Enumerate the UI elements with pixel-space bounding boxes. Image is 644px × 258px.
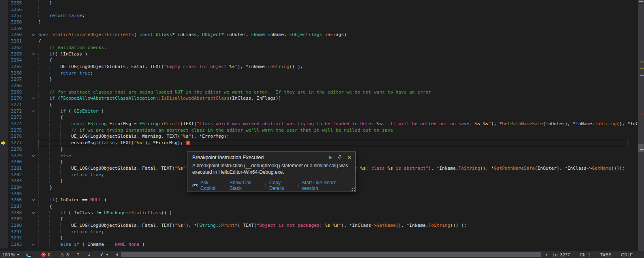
line-number[interactable]: 3257 xyxy=(8,13,22,19)
line-number[interactable]: 3259 xyxy=(8,26,22,32)
code-content[interactable]: { xyxy=(38,57,638,64)
popup-link-copy-details[interactable]: Copy Details xyxy=(269,180,295,191)
breakpoint-margin[interactable] xyxy=(0,6,8,13)
line-number[interactable]: 3266 xyxy=(8,70,22,77)
line-number[interactable]: 3293 xyxy=(8,241,22,248)
breakpoint-margin[interactable] xyxy=(0,57,8,64)
line-number[interactable]: 3274 xyxy=(8,121,22,127)
pin-icon[interactable] xyxy=(338,155,342,160)
breakpoint-margin[interactable] xyxy=(0,153,8,159)
line-number[interactable]: 3284 xyxy=(8,184,22,191)
fold-chevron-icon[interactable] xyxy=(32,96,35,99)
line-number[interactable]: 3283 xyxy=(8,178,22,184)
code-content[interactable]: { xyxy=(38,102,638,108)
breakpoint-margin[interactable] xyxy=(0,45,8,51)
fold-margin[interactable] xyxy=(22,210,38,216)
breakpoint-margin[interactable] xyxy=(0,19,8,26)
fold-margin[interactable] xyxy=(22,32,38,38)
breakpoint-margin[interactable] xyxy=(0,70,8,77)
line-number[interactable]: 3268 xyxy=(8,83,22,89)
line-number[interactable]: 3286 xyxy=(8,197,22,203)
breakpoint-margin[interactable] xyxy=(0,229,8,235)
line-number[interactable]: 3264 xyxy=(8,57,22,64)
breakpoint-margin[interactable] xyxy=(0,178,8,184)
zoom-control[interactable]: 100 % xyxy=(2,252,19,257)
fold-margin[interactable] xyxy=(22,153,38,159)
line-number[interactable]: 3271 xyxy=(8,102,22,108)
line-number[interactable]: 3273 xyxy=(8,114,22,121)
popup-link-ask-copilot[interactable]: Ask Copilot xyxy=(192,180,223,191)
code-content[interactable]: if (FScopedAllowAbstractClassAllocation:… xyxy=(38,95,638,102)
fold-chevron-icon[interactable] xyxy=(32,109,35,112)
line-number[interactable]: 3288 xyxy=(8,210,22,216)
line-number[interactable]: 3258 xyxy=(8,19,22,26)
breakpoint-margin[interactable] xyxy=(0,165,8,172)
line-number[interactable]: 3290 xyxy=(8,222,22,229)
fold-chevron-icon[interactable] xyxy=(32,211,35,214)
line-number[interactable]: 3282 xyxy=(8,172,22,178)
code-content[interactable]: if ( GIsEditor ) xyxy=(38,108,638,115)
code-content[interactable]: if ( InClass != UPackage::StaticClass() … xyxy=(38,210,638,216)
code-content[interactable] xyxy=(38,6,638,13)
code-content[interactable]: const FString ErrorMsg = FString::Printf… xyxy=(38,121,638,127)
vertical-scrollbar-thumb[interactable] xyxy=(638,144,644,152)
error-indicator[interactable]: ✕ 0 xyxy=(41,252,50,257)
breakpoint-margin[interactable] xyxy=(0,172,8,178)
code-content[interactable]: // for abstract classes that are being l… xyxy=(38,89,638,96)
breakpoint-margin[interactable] xyxy=(0,26,8,32)
code-content[interactable]: { xyxy=(38,203,638,210)
code-content[interactable]: if( InOuter == NULL ) xyxy=(38,197,638,203)
code-content[interactable]: ensureMsgf(false, TEXT("%s"), *ErrorMsg)… xyxy=(38,140,627,146)
code-content[interactable]: } xyxy=(38,235,638,241)
breakpoint-margin[interactable] xyxy=(0,38,8,45)
fold-chevron-icon[interactable] xyxy=(32,198,35,201)
code-content[interactable]: { xyxy=(38,114,638,121)
line-indicator[interactable]: Ln: 3277 xyxy=(548,252,575,257)
breakpoint-margin[interactable] xyxy=(0,222,8,229)
line-number[interactable]: 3285 xyxy=(8,191,22,197)
fold-chevron-icon[interactable] xyxy=(32,52,35,55)
line-number[interactable]: 3255 xyxy=(8,0,22,6)
horizontal-scrollbar-track[interactable] xyxy=(119,251,544,258)
breakpoint-margin[interactable] xyxy=(0,121,8,127)
code-content[interactable]: { xyxy=(38,216,638,222)
breakpoint-margin[interactable] xyxy=(0,210,8,216)
breakpoint-margin[interactable] xyxy=(0,140,8,146)
line-number[interactable]: 3276 xyxy=(8,133,22,140)
line-number[interactable]: 3261 xyxy=(8,38,22,45)
line-number[interactable]: 3280 xyxy=(8,159,22,165)
breakpoint-margin[interactable] xyxy=(0,235,8,241)
close-icon[interactable]: ✕ xyxy=(347,155,351,160)
breakpoint-margin[interactable] xyxy=(0,146,8,153)
line-number[interactable]: 3262 xyxy=(8,45,22,51)
code-content[interactable]: return false; xyxy=(38,13,638,19)
breakpoint-margin[interactable] xyxy=(0,216,8,222)
horizontal-scrollbar-thumb[interactable] xyxy=(121,252,541,257)
line-ending-indicator[interactable]: CRLF xyxy=(616,252,638,257)
indent-mode-indicator[interactable]: TABS xyxy=(595,252,616,257)
line-number[interactable]: 3263 xyxy=(8,51,22,58)
code-content[interactable]: // if we are trying instantiate an abstr… xyxy=(38,127,638,134)
breakpoint-margin[interactable] xyxy=(0,184,8,191)
fold-chevron-icon[interactable] xyxy=(32,154,35,156)
breakpoint-margin[interactable] xyxy=(0,108,8,115)
popup-link-show-call-stack[interactable]: Show Call Stack xyxy=(230,180,262,191)
code-content[interactable] xyxy=(38,26,638,32)
code-content[interactable]: else if ( InName == NAME_None ) xyxy=(38,241,638,248)
fold-margin[interactable] xyxy=(22,108,38,115)
next-issue-button[interactable]: ↓ xyxy=(87,252,91,257)
popup-link-start-live-share-session[interactable]: Start Live Share session xyxy=(302,180,351,191)
breakpoint-margin[interactable] xyxy=(0,133,8,140)
code-content[interactable]: UE_LOG(LogUObjectGlobals, Warning, TEXT(… xyxy=(38,133,638,140)
fold-chevron-icon[interactable] xyxy=(32,33,35,36)
code-cleanup-button[interactable] xyxy=(99,252,108,257)
breakpoint-margin[interactable] xyxy=(0,76,8,83)
column-indicator[interactable]: Ch: 1 xyxy=(575,252,595,257)
line-number[interactable]: 3292 xyxy=(8,235,22,241)
breakpoint-margin[interactable] xyxy=(0,32,8,38)
continue-icon[interactable] xyxy=(329,156,332,160)
line-number[interactable]: 3272 xyxy=(8,108,22,115)
line-number[interactable]: 3289 xyxy=(8,216,22,222)
breakpoint-margin[interactable] xyxy=(0,102,8,108)
line-number[interactable]: 3260 xyxy=(8,32,22,38)
